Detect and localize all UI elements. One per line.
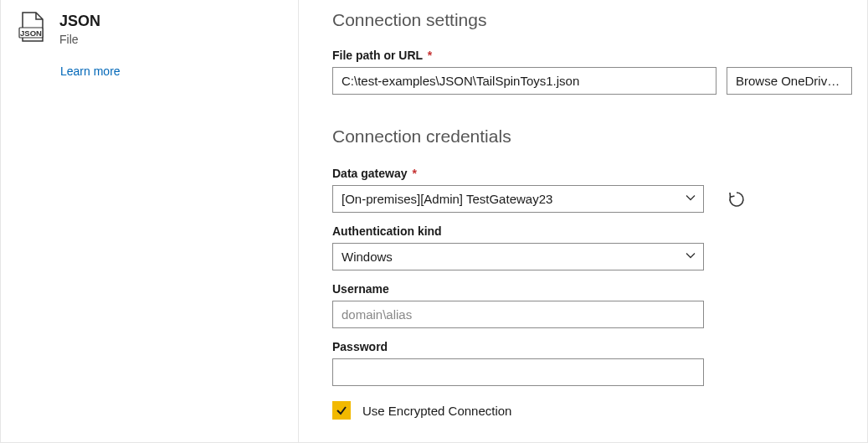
chevron-down-icon	[685, 192, 696, 206]
encrypted-connection-checkbox[interactable]	[332, 401, 351, 420]
json-file-icon: JSON	[16, 11, 48, 43]
file-path-label: File path or URL *	[332, 49, 852, 62]
learn-more-link[interactable]: Learn more	[60, 64, 121, 78]
connector-sidebar: JSON JSON File Learn more	[1, 0, 299, 442]
browse-onedrive-button[interactable]: Browse OneDrive...	[727, 67, 852, 95]
data-gateway-label: Data gateway *	[332, 167, 852, 180]
check-icon	[336, 404, 347, 416]
file-path-input[interactable]	[332, 67, 716, 95]
username-input[interactable]	[332, 301, 704, 328]
connector-title: JSON	[59, 13, 100, 31]
refresh-gateway-button[interactable]	[726, 188, 747, 210]
chevron-down-icon	[685, 250, 696, 264]
connection-credentials-heading: Connection credentials	[332, 126, 852, 147]
encrypted-connection-label: Use Encrypted Connection	[362, 404, 511, 418]
password-input[interactable]	[332, 358, 704, 386]
settings-pane: Connection settings File path or URL * B…	[299, 0, 867, 442]
data-gateway-selected: [On-premises][Admin] TestGateway23	[342, 192, 552, 206]
connection-settings-heading: Connection settings	[332, 10, 852, 30]
required-mark: *	[428, 49, 432, 62]
password-label: Password	[332, 340, 852, 353]
auth-kind-select[interactable]: Windows	[332, 243, 704, 270]
refresh-icon	[727, 190, 746, 209]
required-mark: *	[412, 167, 416, 180]
username-label: Username	[332, 282, 852, 296]
auth-kind-selected: Windows	[342, 250, 393, 264]
svg-text:JSON: JSON	[20, 28, 42, 38]
connector-subtitle: File	[59, 33, 100, 47]
data-gateway-select[interactable]: [On-premises][Admin] TestGateway23	[332, 185, 704, 213]
auth-kind-label: Authentication kind	[332, 224, 852, 238]
